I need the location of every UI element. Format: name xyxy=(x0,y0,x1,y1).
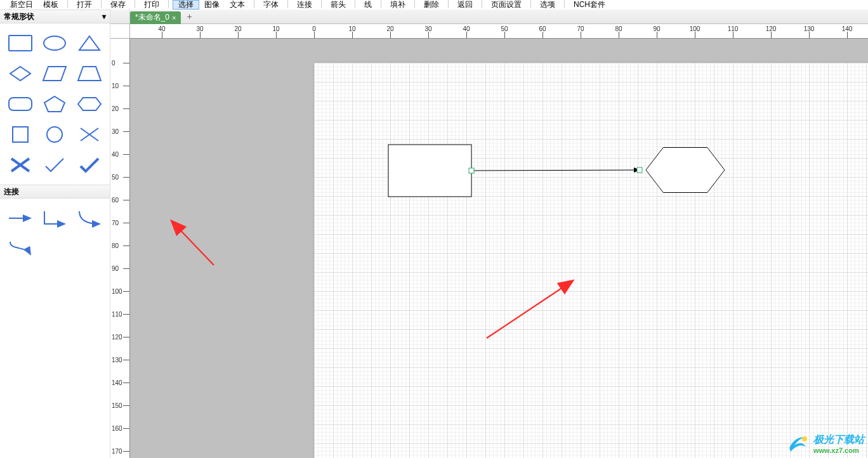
toolbar-填补[interactable]: 填补 xyxy=(385,0,411,10)
svg-marker-8 xyxy=(78,98,101,110)
toolbar-separator xyxy=(381,0,381,8)
ruler-h-label: 120 xyxy=(766,25,777,32)
shape-rectangle[interactable] xyxy=(5,30,36,56)
shape-triangle[interactable] xyxy=(74,30,105,56)
toolbar-选项[interactable]: 选项 xyxy=(535,0,560,10)
toolbar-separator xyxy=(67,0,68,8)
ruler-h-label: 10 xyxy=(348,25,355,32)
toolbar-字体[interactable]: 字体 xyxy=(258,0,284,10)
toolbar-新空日[interactable]: 新空日 xyxy=(5,0,38,10)
connector-s-curve[interactable] xyxy=(5,235,36,262)
toolbar-图像[interactable]: 图像 xyxy=(199,0,225,10)
ruler-h-label: 90 xyxy=(653,25,660,32)
watermark-logo-icon xyxy=(787,433,810,454)
ruler-v-label: 160 xyxy=(112,425,122,432)
toolbar-separator xyxy=(135,0,135,8)
ruler-v-label: 10 xyxy=(112,82,119,89)
ruler-v-label: 130 xyxy=(112,357,122,363)
collapse-icon[interactable]: ▾ xyxy=(102,12,106,21)
shape-parallelogram[interactable] xyxy=(39,60,70,87)
ruler-v-label: 90 xyxy=(112,265,119,272)
svg-marker-2 xyxy=(79,36,100,50)
canvas-rectangle[interactable] xyxy=(388,145,471,197)
shape-diamond[interactable] xyxy=(5,60,36,87)
shape-rounded-rect[interactable] xyxy=(5,91,36,117)
shape-pentagon[interactable] xyxy=(39,91,70,117)
svg-rect-0 xyxy=(9,36,32,51)
ruler-v-label: 150 xyxy=(112,402,122,409)
annotation-arrow xyxy=(487,281,572,338)
shape-trapezoid[interactable] xyxy=(74,60,105,87)
tab-label: *未命名_0 xyxy=(135,12,169,23)
ruler-v-label: 120 xyxy=(112,334,122,341)
ruler-h-label: 20 xyxy=(234,25,241,32)
toolbar-打印[interactable]: 打印 xyxy=(139,0,164,10)
connector-handle[interactable] xyxy=(637,167,642,173)
ruler-h-label: 100 xyxy=(690,25,700,32)
ruler-h-label: 40 xyxy=(158,25,165,32)
svg-marker-3 xyxy=(10,67,30,81)
connectors-grid xyxy=(0,199,110,268)
toolbar-页面设置[interactable]: 页面设置 xyxy=(486,0,527,10)
ruler-v-label: 100 xyxy=(112,288,122,295)
shape-x-bold[interactable] xyxy=(5,152,36,178)
connector-handle[interactable] xyxy=(469,168,474,173)
connector-curve[interactable] xyxy=(74,205,105,232)
ruler-v-label: 140 xyxy=(112,379,122,386)
toolbar-separator xyxy=(564,0,565,8)
toolbar-箭头[interactable]: 箭头 xyxy=(326,0,351,10)
connector-elbow[interactable] xyxy=(39,205,70,232)
ruler-v-label: 30 xyxy=(112,128,119,135)
toolbar-NCH套件[interactable]: NCH套件 xyxy=(569,0,610,10)
toolbar-separator xyxy=(254,0,254,8)
horizontal-ruler[interactable]: 7060504030201001020304050607080901001101… xyxy=(130,24,868,39)
toolbar-separator xyxy=(530,0,531,8)
connectors-panel-header[interactable]: 连接 xyxy=(0,185,110,199)
toolbar-删除[interactable]: 删除 xyxy=(419,0,444,10)
toolbar-线[interactable]: 线 xyxy=(359,0,377,10)
toolbar-separator xyxy=(448,0,449,8)
toolbar-返回[interactable]: 返回 xyxy=(452,0,478,10)
shape-ellipse[interactable] xyxy=(39,30,70,56)
main-area: 常规形状 ▾ 连接 xyxy=(0,10,868,458)
shape-check-bold[interactable] xyxy=(74,152,105,178)
ruler-h-label: 30 xyxy=(196,25,203,32)
shape-circle[interactable] xyxy=(39,121,70,148)
canvas-connector[interactable] xyxy=(471,170,640,171)
canvas-viewport[interactable] xyxy=(130,39,868,458)
toolbar-separator xyxy=(355,0,355,8)
svg-rect-9 xyxy=(13,127,28,142)
ruler-h-label: 80 xyxy=(615,25,622,32)
tab-add-button[interactable]: + xyxy=(183,11,195,22)
ruler-h-label: 70 xyxy=(577,25,584,32)
watermark: 极光下载站 www.xz7.com xyxy=(787,433,864,454)
toolbar-文本[interactable]: 文本 xyxy=(225,0,250,10)
shape-check-thin[interactable] xyxy=(39,152,70,178)
ruler-h-label: 140 xyxy=(842,25,853,32)
canvas-drawing xyxy=(130,39,868,458)
svg-point-22 xyxy=(802,436,807,442)
toolbar-保存[interactable]: 保存 xyxy=(105,0,131,10)
shapes-header-label: 常规形状 xyxy=(4,11,34,22)
canvas-area: *未命名_0 × + 70605040302010010203040506070… xyxy=(110,10,868,458)
shapes-panel-header[interactable]: 常规形状 ▾ xyxy=(0,10,110,23)
ruler-v-label: 60 xyxy=(112,197,119,204)
ruler-v-label: 170 xyxy=(112,448,122,455)
toolbar-连接[interactable]: 连接 xyxy=(292,0,317,10)
toolbar-打开[interactable]: 打开 xyxy=(72,0,97,10)
svg-point-10 xyxy=(47,127,62,142)
toolbar-separator xyxy=(168,0,169,8)
toolbar-选择[interactable]: 选择 xyxy=(173,0,199,10)
canvas-hexagon[interactable] xyxy=(646,148,725,193)
shape-x-thin[interactable] xyxy=(74,121,105,148)
vertical-ruler[interactable]: 0102030405060708090100110120130140150160… xyxy=(110,39,130,458)
ruler-h-label: 40 xyxy=(463,25,470,32)
tab-active[interactable]: *未命名_0 × xyxy=(130,11,181,24)
ruler-h-label: 30 xyxy=(424,25,431,32)
shape-hexagon[interactable] xyxy=(74,91,105,117)
shape-square[interactable] xyxy=(5,121,36,148)
toolbar-模板[interactable]: 模板 xyxy=(38,0,63,10)
connector-straight[interactable] xyxy=(5,205,36,232)
toolbar-separator xyxy=(414,0,415,8)
tab-close-icon[interactable]: × xyxy=(172,14,176,22)
